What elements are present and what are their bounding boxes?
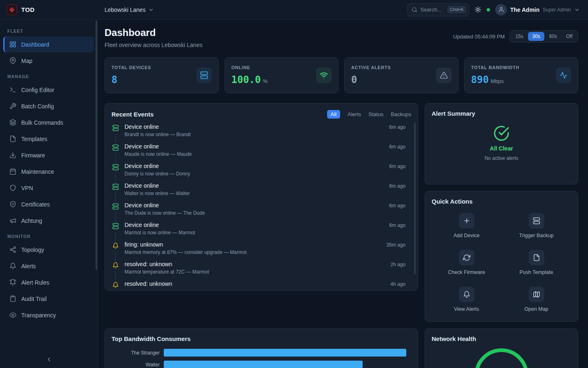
- user-menu[interactable]: The Admin Super Admin: [495, 4, 580, 16]
- bandwidth-bars: The StrangerWalter: [111, 349, 411, 368]
- alert-summary-title: Alert Summary: [432, 110, 571, 117]
- app-root: TOD Lebowski Lanes Cmd+K The Admin Super…: [0, 0, 588, 368]
- quick-action-view-alerts[interactable]: View Alerts: [432, 287, 501, 312]
- bandwidth-device-label: Walter: [111, 362, 160, 368]
- share-icon: [9, 246, 16, 253]
- sidebar: FLEETDashboardMapMANAGEConfig EditorBatc…: [0, 20, 98, 368]
- chevron-down-icon: [574, 7, 580, 13]
- sidebar-section-label: MANAGE: [3, 69, 94, 81]
- event-bell-icon: [112, 242, 119, 249]
- sidebar-scrollbar[interactable]: [96, 20, 97, 270]
- event-detail: Brandt is now online — Brandt: [125, 132, 384, 137]
- event-target: — Marmot: [186, 269, 209, 275]
- chevron-down-icon: [148, 7, 154, 13]
- map-pin-icon: [9, 57, 16, 64]
- sidebar-item-certificates[interactable]: Certificates: [3, 196, 94, 212]
- wifi-icon: [320, 71, 328, 79]
- stat-value: 8: [111, 74, 117, 85]
- event-title: Device online: [125, 143, 384, 150]
- sidebar-section-label: MONITOR: [3, 229, 94, 241]
- search-input[interactable]: [420, 7, 444, 13]
- refresh-option-30s[interactable]: 30s: [528, 32, 544, 41]
- quick-action-open-map[interactable]: Open Map: [501, 287, 571, 312]
- events-scrollbar[interactable]: [414, 122, 416, 274]
- network-health-card: Network Health: [425, 328, 578, 368]
- grid-icon: [9, 41, 16, 48]
- sidebar-item-dashboard[interactable]: Dashboard: [3, 36, 94, 52]
- events-filter-status[interactable]: Status: [368, 110, 383, 119]
- sidebar-item-audit-trail[interactable]: Audit Trail: [3, 291, 94, 307]
- sidebar-item-label: Config Editor: [21, 87, 54, 93]
- bandwidth-bar: [164, 361, 363, 368]
- refresh-option-60s[interactable]: 60s: [545, 32, 561, 41]
- event-row: resolved: unknown4h ago: [111, 280, 411, 291]
- event-server-icon: [112, 144, 119, 151]
- event-bell-icon: [112, 262, 119, 269]
- sidebar-item-firmware[interactable]: Firmware: [3, 147, 94, 163]
- event-title: resolved: unknown: [125, 261, 385, 267]
- sidebar-item-batch-config[interactable]: Batch Config: [3, 98, 94, 114]
- sidebar-item-transparency[interactable]: Transparency: [3, 307, 94, 323]
- sidebar-item-vpn[interactable]: VPN: [3, 180, 94, 196]
- stat-card-total-devices: TOTAL DEVICES8: [105, 57, 219, 93]
- sidebar-item-achtung[interactable]: Achtung: [3, 213, 94, 229]
- event-detail: Walter is now online — Walter: [125, 191, 384, 196]
- events-filter-alerts[interactable]: Alerts: [347, 110, 361, 119]
- sidebar-item-alert-rules[interactable]: Alert Rules: [3, 274, 94, 290]
- quick-action-trigger-backup[interactable]: Trigger Backup: [501, 213, 571, 238]
- layers-icon: [9, 119, 16, 126]
- shield-icon: [9, 184, 16, 191]
- event-server-icon: [112, 184, 119, 190]
- quick-actions-title: Quick Actions: [432, 198, 571, 205]
- sidebar-item-config-editor[interactable]: Config Editor: [3, 82, 94, 98]
- stat-label: ACTIVE ALERTS: [351, 65, 391, 70]
- logo-icon: [7, 4, 17, 15]
- sidebar-item-label: Topology: [21, 247, 44, 253]
- quick-action-check-firmware[interactable]: Check Firmware: [432, 250, 501, 275]
- event-target: — Brandt: [170, 132, 191, 137]
- refresh-option-15s[interactable]: 15s: [511, 32, 527, 41]
- event-title: Device online: [125, 182, 384, 189]
- sidebar-item-maintenance[interactable]: Maintenance: [3, 164, 94, 180]
- user-name: The Admin: [510, 7, 539, 13]
- org-selector-label: Lebowski Lanes: [105, 7, 145, 13]
- search-shortcut-badge: Cmd+K: [448, 6, 466, 13]
- events-filter-all[interactable]: All: [327, 110, 340, 119]
- org-selector[interactable]: Lebowski Lanes: [105, 7, 154, 13]
- updated-timestamp: Updated 05:44:09 PM: [453, 34, 505, 40]
- bandwidth-title: Top Bandwidth Consumers: [111, 335, 411, 342]
- sidebar-item-topology[interactable]: Topology: [3, 242, 94, 258]
- event-time: 6m ago: [389, 123, 405, 143]
- sidebar-item-label: Firmware: [21, 152, 45, 159]
- sidebar-item-label: Map: [21, 58, 32, 64]
- sidebar-item-map[interactable]: Map: [3, 53, 94, 69]
- event-target: — Walter: [169, 191, 190, 196]
- sidebar-item-bulk-commands[interactable]: Bulk Commands: [3, 114, 94, 130]
- quick-action-push-template[interactable]: Push Template: [501, 250, 571, 275]
- sidebar-item-templates[interactable]: Templates: [3, 131, 94, 147]
- quick-action-label: Check Firmware: [448, 269, 485, 275]
- quick-action-add-device[interactable]: Add Device: [432, 213, 501, 238]
- event-detail: Maude is now online — Maude: [125, 151, 384, 157]
- connection-status-dot: [487, 8, 490, 11]
- page-subtitle: Fleet overview across Lebowski Lanes: [105, 42, 203, 48]
- search-icon: [412, 7, 417, 13]
- event-row: firing: unknownMarmot memory at 87% — co…: [111, 241, 411, 261]
- sidebar-item-label: Alerts: [21, 263, 36, 269]
- search-box[interactable]: Cmd+K: [407, 3, 469, 16]
- clipboard-icon: [9, 295, 16, 302]
- theme-toggle-button[interactable]: [474, 6, 481, 13]
- sidebar-collapse-button[interactable]: [0, 351, 98, 368]
- quick-action-label: Push Template: [519, 269, 553, 275]
- bandwidth-bar: [164, 349, 406, 357]
- sidebar-item-alerts[interactable]: Alerts: [3, 258, 94, 274]
- event-title: resolved: unknown: [125, 280, 385, 287]
- refresh-option-off[interactable]: Off: [562, 32, 577, 41]
- event-server-icon: [112, 203, 119, 210]
- event-detail: Marmot temperature at 72C — Marmot: [125, 269, 385, 275]
- sidebar-item-label: Audit Trail: [21, 296, 47, 302]
- bandwidth-device-label: The Stranger: [111, 350, 160, 356]
- events-filter-backups[interactable]: Backups: [391, 110, 411, 119]
- sun-icon: [474, 6, 481, 13]
- calendar-icon: [9, 168, 16, 175]
